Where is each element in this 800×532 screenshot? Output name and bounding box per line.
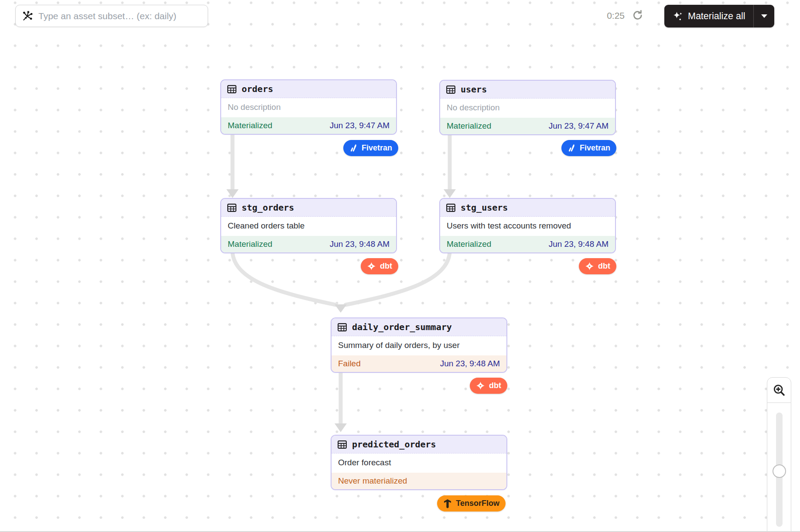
fivetran-icon bbox=[349, 144, 358, 152]
asset-name: stg_users bbox=[461, 202, 508, 213]
status-timestamp: Jun 23, 9:47 AM bbox=[549, 121, 609, 131]
badge-label: TensorFlow bbox=[456, 499, 499, 508]
asset-name: users bbox=[461, 84, 487, 95]
asset-description: Summary of daily orders, by user bbox=[332, 336, 506, 355]
asset-status-row: Materialized Jun 23, 9:47 AM bbox=[221, 117, 396, 134]
zoom-in-icon bbox=[772, 383, 786, 397]
table-icon bbox=[337, 440, 347, 450]
asset-node-orders[interactable]: orders No description Materialized Jun 2… bbox=[220, 79, 397, 135]
asset-status-row: Materialized Jun 23, 9:47 AM bbox=[440, 118, 615, 134]
badge-label: dbt bbox=[380, 262, 392, 271]
asset-node-daily-order-summary[interactable]: daily_order_summary Summary of daily ord… bbox=[331, 317, 507, 373]
status-label: Materialized bbox=[228, 121, 272, 130]
materialize-all-button[interactable]: Materialize all bbox=[664, 5, 753, 27]
tensorflow-icon bbox=[443, 499, 452, 508]
refresh-icon bbox=[632, 9, 644, 21]
table-icon bbox=[227, 84, 237, 94]
search-input[interactable] bbox=[38, 11, 204, 21]
asset-name: predicted_orders bbox=[352, 439, 436, 450]
status-timestamp: Jun 23, 9:48 AM bbox=[549, 239, 609, 249]
asset-status-row: Failed Jun 23, 9:48 AM bbox=[332, 355, 506, 372]
compute-kind-badge-dbt[interactable]: dbt bbox=[470, 378, 507, 394]
asset-node-header: stg_users bbox=[440, 199, 615, 217]
asset-description: No description bbox=[221, 98, 396, 117]
refresh-timer: 0:25 bbox=[590, 10, 625, 21]
asset-description: Cleaned orders table bbox=[221, 217, 396, 236]
status-label: Failed bbox=[338, 359, 361, 368]
status-label: Materialized bbox=[447, 239, 491, 249]
zoom-slider-thumb[interactable] bbox=[773, 464, 786, 478]
dbt-icon bbox=[476, 381, 485, 390]
asset-status-row: Materialized Jun 23, 9:48 AM bbox=[221, 236, 396, 252]
dbt-icon bbox=[367, 262, 376, 271]
status-label: Materialized bbox=[228, 239, 272, 249]
compute-kind-badge-dbt[interactable]: dbt bbox=[361, 258, 398, 274]
status-timestamp: Jun 23, 9:48 AM bbox=[440, 359, 500, 368]
badge-label: dbt bbox=[489, 381, 501, 390]
asset-lineage-canvas: { "toolbar": { "search_placeholder": "Ty… bbox=[0, 0, 800, 532]
status-label: Materialized bbox=[447, 121, 491, 131]
badge-label: dbt bbox=[598, 262, 610, 271]
status-label: Never materialized bbox=[338, 476, 407, 486]
materialize-all-button-group: Materialize all bbox=[664, 5, 774, 27]
zoom-in-button[interactable] bbox=[767, 377, 791, 403]
asset-node-header: daily_order_summary bbox=[332, 318, 506, 336]
badge-label: Fivetran bbox=[362, 143, 392, 153]
materialize-options-button[interactable] bbox=[754, 5, 774, 27]
asset-node-predicted-orders[interactable]: predicted_orders Order forecast Never ma… bbox=[331, 435, 507, 490]
canvas-zoom-control bbox=[767, 377, 791, 532]
table-icon bbox=[337, 322, 347, 332]
dbt-icon bbox=[585, 262, 594, 271]
refresh-button[interactable] bbox=[631, 9, 644, 22]
compute-kind-badge-dbt[interactable]: dbt bbox=[579, 258, 616, 274]
asset-graph-icon bbox=[21, 10, 33, 22]
badge-label: Fivetran bbox=[580, 143, 610, 153]
asset-subset-search bbox=[15, 5, 208, 27]
asset-description: Order forecast bbox=[332, 454, 506, 473]
asset-description: No description bbox=[440, 99, 615, 118]
asset-name: stg_orders bbox=[242, 202, 294, 213]
compute-kind-badge-fivetran[interactable]: Fivetran bbox=[343, 140, 398, 156]
asset-node-users[interactable]: users No description Materialized Jun 23… bbox=[439, 80, 616, 135]
asset-node-header: orders bbox=[221, 80, 396, 98]
status-timestamp: Jun 23, 9:48 AM bbox=[330, 239, 390, 249]
status-timestamp: Jun 23, 9:47 AM bbox=[330, 121, 390, 130]
asset-status-row: Materialized Jun 23, 9:48 AM bbox=[440, 236, 615, 252]
asset-description: Users with test accounts removed bbox=[440, 217, 615, 236]
compute-kind-badge-tensorflow[interactable]: TensorFlow bbox=[437, 495, 506, 512]
asset-name: daily_order_summary bbox=[352, 322, 452, 332]
asset-node-header: users bbox=[440, 81, 615, 99]
materialize-all-label: Materialize all bbox=[688, 11, 745, 22]
table-icon bbox=[446, 85, 456, 95]
asset-status-row: Never materialized bbox=[332, 473, 506, 489]
fivetran-icon bbox=[568, 144, 576, 152]
compute-kind-badge-fivetran[interactable]: Fivetran bbox=[561, 140, 616, 156]
table-icon bbox=[446, 203, 456, 213]
asset-node-stg-users[interactable]: stg_users Users with test accounts remov… bbox=[439, 198, 616, 253]
asset-name: orders bbox=[242, 84, 273, 94]
chevron-down-icon bbox=[761, 14, 767, 18]
table-icon bbox=[227, 203, 237, 213]
sparkle-icon bbox=[673, 11, 683, 21]
asset-node-header: predicted_orders bbox=[332, 436, 506, 454]
asset-node-stg-orders[interactable]: stg_orders Cleaned orders table Material… bbox=[220, 198, 397, 253]
zoom-slider[interactable] bbox=[767, 403, 791, 532]
asset-node-header: stg_orders bbox=[221, 199, 396, 217]
